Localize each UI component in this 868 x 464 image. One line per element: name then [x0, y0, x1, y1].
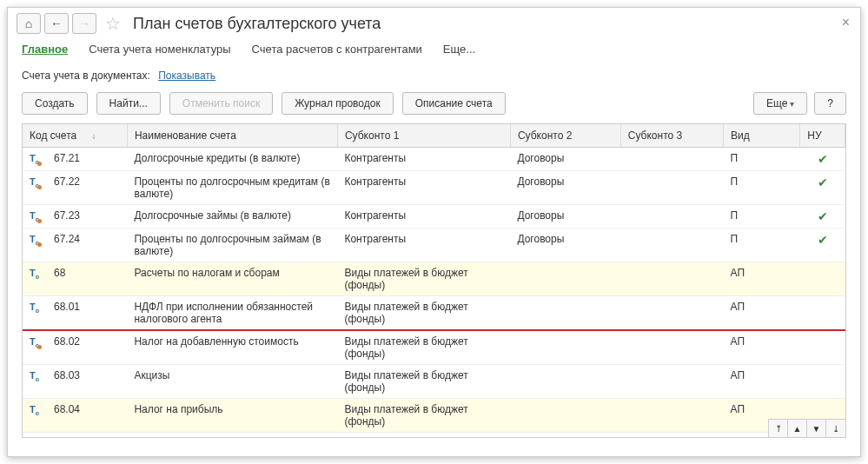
docs-label: Счета учета в документах: [22, 70, 150, 82]
col-header-sub1[interactable]: Субконто 1 [337, 124, 510, 148]
table-row[interactable]: Tо68.02Налог на добавленную стоимостьВид… [23, 330, 845, 365]
table-row[interactable]: Tо67.24Проценты по долгосрочным займам (… [23, 229, 845, 262]
cell-code: 68.03 [47, 365, 128, 399]
cell-vid: АП [724, 365, 800, 399]
find-button[interactable]: Найти... [96, 92, 161, 115]
cell-sub1: Виды платежей в бюджет (фонды) [337, 296, 510, 331]
accounts-table: Код счета ↓ Наименование счета Субконто … [23, 124, 845, 438]
account-icon: Tо [30, 176, 39, 189]
tab-nomenclature[interactable]: Счета учета номенклатуры [89, 43, 230, 56]
tab-bar: Главное Счета учета номенклатуры Счета р… [8, 39, 860, 64]
cell-code: 68.01 [47, 296, 128, 331]
cell-sub2 [510, 399, 620, 433]
back-button[interactable]: ← [44, 13, 69, 34]
cell-name: Долгосрочные займы (в валюте) [127, 205, 337, 229]
tab-main[interactable]: Главное [22, 43, 68, 56]
cell-sub2: Договоры [510, 148, 620, 171]
cell-name: Расчеты с бюджетом [127, 433, 337, 439]
cell-sub2: Договоры [510, 205, 620, 229]
cell-sub1: Виды платежей в бюджет (фонды) [337, 330, 510, 365]
cell-sub2 [510, 365, 620, 399]
cancel-find-button[interactable]: Отменить поиск [169, 92, 273, 115]
cell-code: 67.22 [47, 171, 128, 205]
table-row[interactable]: Tо68.04.1Расчеты с бюджетомВиды платежей… [23, 433, 845, 439]
cell-sub3 [620, 148, 723, 171]
cell-nu [800, 330, 845, 365]
account-icon: Tо [30, 234, 39, 246]
favorite-star-icon[interactable]: ☆ [105, 13, 121, 34]
pager-first-icon[interactable]: ⤒ [769, 420, 788, 437]
check-icon: ✔ [807, 233, 838, 247]
description-button[interactable]: Описание счета [402, 92, 506, 115]
cell-sub2: Уровни бюджетов [510, 433, 620, 439]
table-row[interactable]: Tо68Расчеты по налогам и сборамВиды плат… [23, 262, 845, 296]
table-body: Tо67.21Долгосрочные кредиты (в валюте)Ко… [23, 148, 845, 439]
cell-sub1: Контрагенты [337, 148, 510, 171]
home-button[interactable]: ⌂ [17, 13, 41, 34]
cell-sub3 [620, 262, 723, 296]
col-header-name[interactable]: Наименование счета [127, 124, 337, 148]
pager-last-icon[interactable]: ⤓ [826, 420, 845, 437]
forward-button[interactable]: → [72, 13, 96, 34]
account-icon: Tо [30, 302, 39, 314]
cell-code: 67.23 [47, 205, 128, 229]
col-header-sub3[interactable]: Субконто 3 [620, 124, 723, 148]
account-icon: Tо [30, 153, 39, 165]
cell-sub3 [620, 365, 723, 399]
cell-nu [800, 262, 845, 296]
cell-code: 68.02 [47, 330, 128, 365]
cell-sub1: Виды платежей в бюджет (фонды) [337, 365, 510, 399]
cell-sub1: Контрагенты [337, 229, 510, 262]
col-header-vid[interactable]: Вид [724, 124, 800, 148]
table-container: Код счета ↓ Наименование счета Субконто … [22, 123, 846, 438]
table-row[interactable]: Tо67.22Проценты по долгосрочным кредитам… [23, 171, 845, 205]
account-icon: Tо [30, 268, 39, 280]
table-row[interactable]: Tо68.03АкцизыВиды платежей в бюджет (фон… [23, 365, 845, 399]
cell-nu: ✔ [800, 229, 845, 262]
cell-vid: П [724, 229, 800, 262]
cell-nu [800, 296, 845, 331]
more-button[interactable]: Еще [753, 92, 807, 115]
cell-sub3 [620, 171, 723, 205]
docs-line: Счета учета в документах: Показывать [8, 64, 860, 92]
table-row[interactable]: Tо67.21Долгосрочные кредиты (в валюте)Ко… [23, 148, 845, 171]
cell-vid: П [724, 148, 800, 171]
cell-sub3 [620, 330, 723, 365]
tab-more[interactable]: Еще... [443, 43, 475, 56]
cell-nu: ✔ [800, 205, 845, 229]
cell-code: 67.24 [47, 229, 128, 262]
cell-vid: АП [724, 296, 800, 331]
table-row[interactable]: Tо68.01НДФЛ при исполнении обязанностей … [23, 296, 845, 331]
create-button[interactable]: Создать [22, 92, 88, 115]
account-icon: Tо [30, 336, 39, 348]
table-row[interactable]: Tо68.04Налог на прибыльВиды платежей в б… [23, 399, 845, 433]
cell-code: 67.21 [47, 148, 128, 171]
help-button[interactable]: ? [814, 92, 846, 115]
cell-name: Налог на добавленную стоимость [127, 330, 337, 365]
cell-sub2 [510, 296, 620, 331]
check-icon: ✔ [807, 209, 838, 223]
window-frame: × ⌂ ← → ☆ План счетов бухгалтерского уче… [7, 7, 861, 457]
table-row[interactable]: Tо67.23Долгосрочные займы (в валюте)Конт… [23, 205, 845, 229]
cell-sub1: Контрагенты [337, 205, 510, 229]
col-header-sub2[interactable]: Субконто 2 [510, 124, 620, 148]
cell-vid: АП [724, 330, 800, 365]
tab-contractors[interactable]: Счета расчетов с контрагентами [252, 43, 422, 56]
close-icon[interactable]: × [842, 15, 850, 30]
table-header-row: Код счета ↓ Наименование счета Субконто … [23, 124, 845, 148]
cell-code: 68.04.1 [47, 433, 128, 439]
journal-button[interactable]: Журнал проводок [282, 92, 394, 115]
cell-sub3 [620, 433, 723, 439]
cell-nu: ✔ [800, 171, 845, 205]
account-icon: Tо [30, 370, 39, 382]
docs-show-link[interactable]: Показывать [158, 70, 215, 82]
account-icon: Tо [30, 404, 39, 416]
cell-vid: П [724, 171, 800, 205]
pager-up-icon[interactable]: ▲ [788, 420, 807, 437]
cell-vid: П [724, 205, 800, 229]
pager-down-icon[interactable]: ▼ [807, 420, 826, 437]
page-title: План счетов бухгалтерского учета [133, 15, 381, 33]
col-header-code[interactable]: Код счета ↓ [23, 124, 127, 148]
titlebar: ⌂ ← → ☆ План счетов бухгалтерского учета [8, 8, 860, 39]
col-header-nu[interactable]: НУ [800, 124, 845, 148]
